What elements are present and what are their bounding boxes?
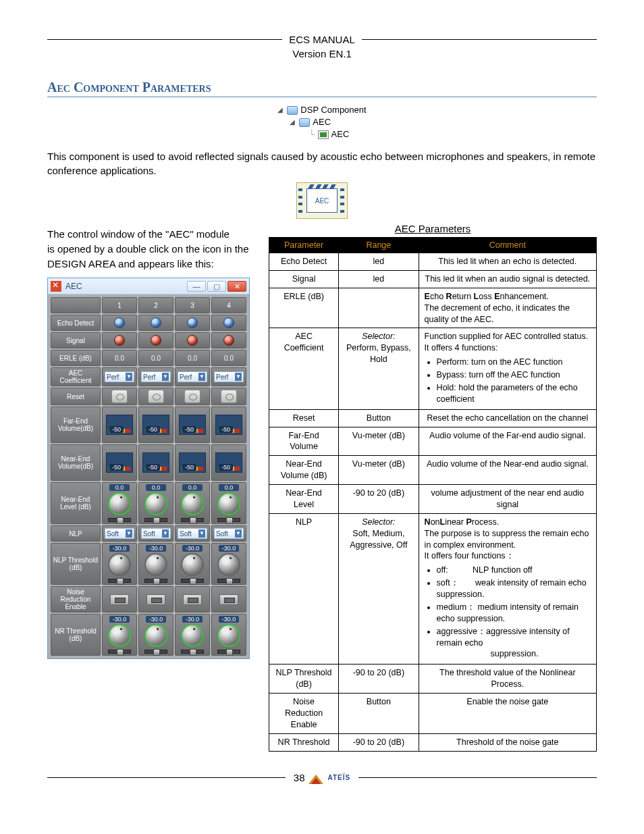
para-2c: DESIGN AREA and appears like this: [47, 257, 257, 271]
page-number: 38 [294, 772, 305, 783]
reset-button[interactable] [175, 388, 210, 405]
doc-title: ECS MANUAL [289, 34, 355, 45]
aec-coef-selector[interactable]: Perf▼ [175, 367, 210, 386]
led-icon [114, 335, 125, 346]
nlp-selector[interactable]: Soft▼ [138, 525, 173, 542]
far-end-vu: -50 [138, 407, 173, 443]
near-level-knob[interactable]: 0.0 [175, 482, 210, 524]
table-row: SignalledThis led lit when an audio sign… [269, 270, 597, 288]
row-header-nlp-thresh: NLP Threshold (dB) [51, 543, 101, 585]
table-header: Comment [419, 238, 596, 253]
range-cell [339, 288, 419, 328]
nr-thresh-knob[interactable]: -30.0 [211, 614, 246, 656]
doc-version: Version EN.1 [47, 48, 597, 59]
corner-cell [51, 297, 101, 313]
para-2a: The control window of the "AEC" module [47, 227, 257, 242]
near-level-knob[interactable]: 0.0 [138, 482, 173, 524]
table-caption: AEC Parameters [269, 223, 597, 234]
folder-icon [287, 106, 298, 115]
comment-cell: The threshold value of the Nonlinear Pro… [419, 664, 596, 694]
param-cell: AEC Coefficient [269, 328, 339, 409]
parameters-table: ParameterRangeComment Echo DetectledThis… [269, 237, 597, 752]
table-header: Range [339, 238, 419, 253]
push-button-icon [221, 390, 237, 403]
push-button-icon [184, 390, 200, 403]
intro-paragraph: This component is used to avoid reflecte… [47, 149, 597, 179]
table-row: Near-End Volume (dB)Vu-meter (dB)Audio v… [269, 456, 597, 485]
nlp-selector[interactable]: Soft▼ [102, 525, 137, 542]
close-button[interactable]: ✕ [227, 281, 246, 292]
comment-cell: volume adjustment of the near end audio … [419, 485, 596, 514]
row-header-aec-coef: AEC Coefficient [51, 367, 101, 386]
nlp-selector[interactable]: Soft▼ [211, 525, 246, 542]
nlp-thresh-knob[interactable]: -30.0 [175, 543, 210, 585]
table-row: AEC CoefficientSelector:Perform, Bypass,… [269, 328, 597, 409]
comment-cell: This led lit when an audio signal is det… [419, 270, 596, 288]
aec-control-window: AEC — ▢ ✕ 1234Echo DetectSignalERLE (dB)… [47, 278, 250, 659]
para-2b: is opened by a double click on the icon … [47, 242, 257, 257]
param-cell: Noise Reduction Enable [269, 694, 339, 734]
push-button-icon [148, 390, 164, 403]
range-cell: Vu-meter (dB) [339, 427, 419, 456]
aec-coef-selector[interactable]: Perf▼ [138, 367, 173, 386]
noise-reduction-toggle[interactable] [211, 586, 246, 613]
range-cell: led [339, 270, 419, 288]
minimize-button[interactable]: — [187, 281, 206, 292]
column-header: 2 [138, 297, 173, 313]
row-header-reset: Reset [51, 388, 101, 405]
comment-cell: Reset the echo cancellation on the chann… [419, 409, 596, 427]
param-cell: Echo Detect [269, 253, 339, 271]
near-end-vu: -50 [175, 444, 210, 481]
row-header-echo-detect: Echo Detect [51, 315, 101, 331]
param-cell: Far-End Volume [269, 427, 339, 456]
param-cell: ERLE (dB) [269, 288, 339, 328]
reset-button[interactable] [102, 388, 137, 405]
near-level-knob[interactable]: 0.0 [211, 482, 246, 524]
nr-thresh-knob[interactable]: -30.0 [138, 614, 173, 656]
reset-button[interactable] [138, 388, 173, 405]
nr-thresh-knob[interactable]: -30.0 [175, 614, 210, 656]
near-end-vu: -50 [211, 444, 246, 481]
aec-coef-selector[interactable]: Perf▼ [102, 367, 137, 386]
app-icon [51, 281, 61, 292]
row-header-erle: ERLE (dB) [51, 350, 101, 366]
reset-button[interactable] [211, 388, 246, 405]
nlp-thresh-knob[interactable]: -30.0 [138, 543, 173, 585]
noise-reduction-toggle[interactable] [175, 586, 210, 613]
brand-name: ATEÏS [327, 775, 350, 781]
param-cell: NR Threshold [269, 733, 339, 751]
erle-value: 0.0 [138, 350, 173, 366]
page-footer: 38 ATEÏS [47, 772, 597, 784]
column-header: 3 [175, 297, 210, 313]
aec-coef-selector[interactable]: Perf▼ [211, 367, 246, 386]
param-cell: Reset [269, 409, 339, 427]
comment-cell: This led lit when an echo is detected. [419, 253, 596, 271]
table-row: NR Threshold-90 to 20 (dB)Threshold of t… [269, 733, 597, 751]
signal-led [102, 332, 137, 348]
table-header: Parameter [269, 238, 339, 253]
noise-reduction-toggle[interactable] [102, 586, 137, 613]
table-row: Echo DetectledThis led lit when an echo … [269, 253, 597, 271]
tree-leaf: AEC [331, 128, 350, 140]
component-tree: ◢DSP Component ◢AEC └AEC [47, 104, 597, 141]
noise-reduction-toggle[interactable] [138, 586, 173, 613]
range-cell: -90 to 20 (dB) [339, 664, 419, 694]
row-header-noise-red: Noise Reduction Enable [51, 586, 101, 613]
row-header-near-level: Near-End Level (dB) [51, 482, 101, 524]
nlp-thresh-knob[interactable]: -30.0 [211, 543, 246, 585]
nlp-selector[interactable]: Soft▼ [175, 525, 210, 542]
maximize-button[interactable]: ▢ [207, 281, 226, 292]
header-rule: ECS MANUAL [47, 34, 597, 45]
erle-value: 0.0 [102, 350, 137, 366]
comment-cell: Audio volume of the Far-end audio signal… [419, 427, 596, 456]
echo-detect-led [102, 315, 137, 331]
nlp-thresh-knob[interactable]: -30.0 [102, 543, 137, 585]
near-level-knob[interactable]: 0.0 [102, 482, 137, 524]
table-row: Near-End Level-90 to 20 (dB)volume adjus… [269, 485, 597, 514]
near-end-vu: -50 [102, 444, 137, 481]
table-row: ERLE (dB)Echo Return Loss Enhancement.Th… [269, 288, 597, 328]
row-header-far-end: Far-End Volume(dB) [51, 407, 101, 443]
table-row: Noise Reduction EnableButtonEnable the n… [269, 694, 597, 734]
comment-cell: Audio volume of the Near-end audio signa… [419, 456, 596, 485]
nr-thresh-knob[interactable]: -30.0 [102, 614, 137, 656]
